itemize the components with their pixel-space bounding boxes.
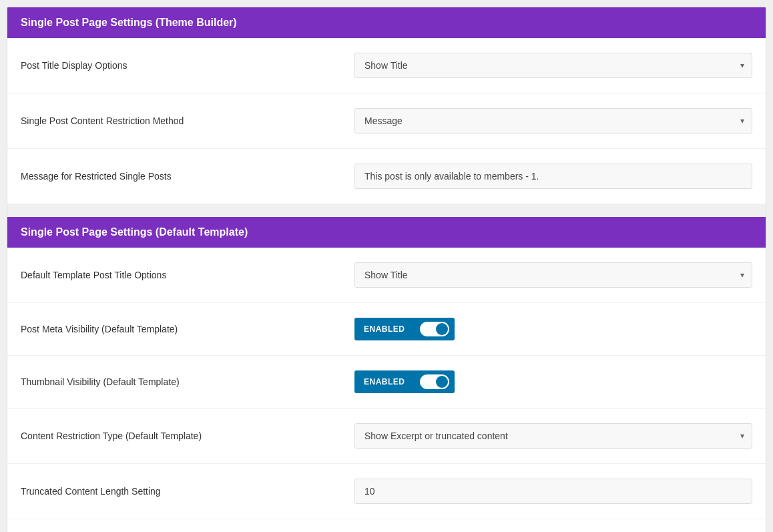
toggle-label-post-meta-visibility: ENABLED — [354, 318, 415, 340]
row-post-meta-visibility: Post Meta Visibility (Default Template)E… — [7, 303, 766, 356]
select-content-restriction-type[interactable]: Show Excerpt or truncated contentBlock A… — [354, 423, 752, 449]
toggle-label-thumbnail-visibility: ENABLED — [354, 370, 415, 393]
row-content-restriction-type: Content Restriction Type (Default Templa… — [7, 409, 766, 464]
control-post-title-display: Show TitleHide Title▾ — [354, 53, 752, 78]
select-single-post-restriction-method[interactable]: MessageRedirectNone — [354, 108, 752, 134]
control-message-restricted-single — [354, 164, 752, 189]
label-truncated-content-length: Truncated Content Length Setting — [21, 486, 354, 497]
row-message-restricted-single: Message for Restricted Single Posts — [7, 149, 766, 204]
label-content-restriction-type: Content Restriction Type (Default Templa… — [21, 431, 354, 441]
section-header-theme-builder: Single Post Page Settings (Theme Builder… — [7, 7, 766, 38]
control-thumbnail-visibility: ENABLED — [354, 370, 752, 393]
row-thumbnail-visibility: Thumbnail Visibility (Default Template)E… — [7, 356, 766, 409]
toggle-switch-area-post-meta-visibility — [415, 318, 455, 340]
toggle-switch-post-meta-visibility[interactable] — [420, 322, 449, 336]
toggle-wrapper-thumbnail-visibility[interactable]: ENABLED — [354, 370, 752, 393]
control-single-post-restriction-method: MessageRedirectNone▾ — [354, 108, 752, 134]
select-wrapper-default-template-title: Show TitleHide Title▾ — [354, 262, 752, 288]
row-additional-content-display: Additional Content Display on Restricted… — [7, 519, 766, 532]
select-wrapper-post-title-display: Show TitleHide Title▾ — [354, 53, 752, 78]
label-single-post-restriction-method: Single Post Content Restriction Method — [21, 115, 354, 126]
section-header-default-template: Single Post Page Settings (Default Templ… — [7, 217, 766, 248]
section-rows-theme-builder: Post Title Display OptionsShow TitleHide… — [7, 38, 766, 204]
text-input-truncated-content-length[interactable] — [354, 479, 752, 504]
control-default-template-title: Show TitleHide Title▾ — [354, 262, 752, 288]
label-post-meta-visibility: Post Meta Visibility (Default Template) — [21, 324, 354, 334]
label-message-restricted-single: Message for Restricted Single Posts — [21, 171, 354, 182]
toggle-switch-thumbnail-visibility[interactable] — [420, 374, 449, 389]
row-post-title-display: Post Title Display OptionsShow TitleHide… — [7, 38, 766, 93]
control-truncated-content-length — [354, 479, 752, 504]
label-thumbnail-visibility: Thumbnail Visibility (Default Template) — [21, 376, 354, 387]
settings-container: Single Post Page Settings (Theme Builder… — [7, 7, 766, 532]
control-content-restriction-type: Show Excerpt or truncated contentBlock A… — [354, 423, 752, 449]
label-default-template-title: Default Template Post Title Options — [21, 270, 354, 280]
select-wrapper-content-restriction-type: Show Excerpt or truncated contentBlock A… — [354, 423, 752, 449]
toggle-switch-area-thumbnail-visibility — [415, 370, 455, 393]
label-post-title-display: Post Title Display Options — [21, 60, 354, 71]
row-default-template-title: Default Template Post Title OptionsShow … — [7, 248, 766, 303]
control-post-meta-visibility: ENABLED — [354, 318, 752, 340]
section-gap — [7, 204, 766, 217]
toggle-wrapper-post-meta-visibility[interactable]: ENABLED — [354, 318, 752, 340]
select-default-template-title[interactable]: Show TitleHide Title — [354, 262, 752, 288]
select-post-title-display[interactable]: Show TitleHide Title — [354, 53, 752, 78]
text-input-message-restricted-single[interactable] — [354, 164, 752, 189]
select-wrapper-single-post-restriction-method: MessageRedirectNone▾ — [354, 108, 752, 134]
section-rows-default-template: Default Template Post Title OptionsShow … — [7, 248, 766, 532]
row-truncated-content-length: Truncated Content Length Setting — [7, 464, 766, 519]
row-single-post-restriction-method: Single Post Content Restriction MethodMe… — [7, 93, 766, 149]
